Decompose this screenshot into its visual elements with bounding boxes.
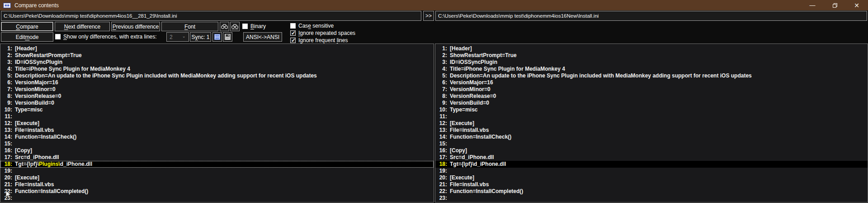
minimize-button[interactable]: — [805,0,820,10]
code-line[interactable]: 11: [0,113,434,120]
line-number: 17: [436,154,447,161]
restore-button[interactable] [827,0,843,10]
code-line[interactable]: 10:Type=misc [0,106,434,113]
code-line[interactable]: 19: [0,168,434,174]
code-line[interactable]: 3:ID=iOSSyncPlugin [435,59,868,66]
previous-difference-button[interactable]: Previous difference [111,22,160,31]
code-line[interactable]: 20:[Execute] [435,174,868,181]
code-line[interactable]: 14:Function=InstallCheck() [435,134,868,140]
code-line[interactable]: 21:File=install.vbs [435,181,868,188]
left-file-pane[interactable]: 1:[Header]2:ShowRestartPrompt=True3:ID=i… [0,44,434,203]
checkbox-box[interactable] [55,34,61,39]
checkbox-box[interactable] [290,38,296,43]
swap-panes-button[interactable]: >> [423,11,434,21]
code-line[interactable]: 12:[Execute] [0,120,434,127]
find-next-button[interactable] [220,22,229,31]
line-number: 20: [1,174,12,181]
code-line[interactable]: 5:Description=An update to the iPhone Sy… [0,72,434,79]
line-number: 9: [1,100,12,106]
line-number: 11: [1,113,12,120]
font-button[interactable]: Font [161,22,218,31]
show-only-differences-checkbox[interactable]: Show only differences, with extra lines: [55,34,157,40]
code-line[interactable]: 7:VersionMinor=0 [435,86,868,93]
code-line[interactable]: 14:Function=InstallCheck() [0,134,434,140]
code-line[interactable]: 16:[Copy] [435,147,868,154]
close-button[interactable]: ✕ [849,0,864,10]
code-line[interactable]: 19: [435,168,868,174]
line-number: 10: [436,106,447,113]
line-text: Function=InstallCompleted() [450,188,523,194]
code-line[interactable]: 18:Tgt={lpf}\Plugins\d_iPhone.dll [0,161,434,168]
chevron-down-icon: ⌄ [182,34,186,39]
code-line[interactable]: 22:Function=InstallCompleted() [435,188,868,195]
code-line[interactable]: 22:Function=InstallCompleted() [0,188,434,195]
code-line[interactable]: 1:[Header] [0,45,434,52]
window-title: Compare contents [14,2,59,9]
code-line[interactable]: 9:VersionBuild=0 [0,100,434,106]
checkbox-box[interactable] [290,30,296,36]
line-text: [Copy] [15,147,32,154]
line-text: Type=misc [450,106,477,113]
code-line[interactable]: 4:Title=iPhone Sync Plugin for MediaMonk… [435,66,868,72]
line-text: [Execute] [450,174,474,181]
code-line[interactable]: 23: [0,195,434,202]
code-line[interactable]: 18:Tgt={lpf}\d_iPhone.dll [435,161,868,168]
right-file-pane[interactable]: 1:[Header]2:ShowRestartPrompt=True3:ID=i… [435,44,868,203]
code-line[interactable]: 2:ShowRestartPrompt=True [435,52,868,59]
ignore-repeated-spaces-checkbox[interactable]: Ignore repeated spaces [290,30,355,36]
code-line[interactable]: 8:VersionRelease=0 [0,93,434,100]
line-number: 18: [1,161,12,168]
checkbox-box[interactable] [290,23,296,29]
code-line[interactable]: 23: [435,195,868,202]
code-line[interactable]: 13:File=install.vbs [0,127,434,134]
code-line[interactable]: 9:VersionBuild=0 [435,100,868,106]
code-line[interactable]: 20:[Execute] [0,174,434,181]
code-line[interactable]: 1:[Header] [435,45,868,52]
code-line[interactable]: 15: [0,140,434,147]
line-text: VersionMinor=0 [450,86,491,92]
line-text: ID=iOSSyncPlugin [15,59,62,65]
code-line[interactable]: 17:Src=d_iPhone.dll [435,154,868,161]
code-line[interactable]: 2:ShowRestartPrompt=True [0,52,434,59]
line-number: 8: [1,93,12,100]
sync-button[interactable]: Sync: 1 [190,32,211,42]
binary-checkbox[interactable]: Binary [242,23,266,29]
code-line[interactable]: 13:File=install.vbs [435,127,868,134]
edit-mode-button[interactable]: Edit mode [1,32,53,42]
next-difference-button[interactable]: Next difference [55,22,110,31]
code-line[interactable]: 15: [435,140,868,147]
save-button[interactable] [223,32,232,42]
ignore-repeated-spaces-label: Ignore repeated spaces [298,30,355,36]
code-line[interactable]: 21:File=install.vbs [0,181,434,188]
ignore-frequent-lines-checkbox[interactable]: Ignore frequent lines [290,37,348,44]
line-text: ShowRestartPrompt=True [15,52,82,58]
code-line[interactable]: 17:Src=d_iPhone.dll [0,154,434,161]
case-sensitive-checkbox[interactable]: Case sensitive [290,23,334,29]
checkbox-box[interactable] [242,24,248,29]
extra-lines-select[interactable]: 2 ⌄ [166,32,189,42]
line-number: 21: [1,181,12,188]
ansi-conversion-button[interactable]: ANSI<->ANSI [243,32,282,42]
code-line[interactable]: 6:VersionMajor=16 [0,79,434,86]
code-line[interactable]: 8:VersionRelease=0 [435,93,868,100]
code-line[interactable]: 5:Description=An update to the iPhone Sy… [435,72,868,79]
line-number: 12: [436,120,447,127]
line-text: [Execute] [15,120,39,126]
code-line[interactable]: 6:VersionMajor=16 [435,79,868,86]
line-number: 4: [1,66,12,72]
code-line[interactable]: 3:ID=iOSSyncPlugin [0,59,434,66]
code-line[interactable]: 10:Type=misc [435,106,868,113]
code-line[interactable]: 16:[Copy] [0,147,434,154]
left-path-input[interactable]: C:\Users\Peke\Downloads\mmip test\diphon… [1,11,421,21]
line-number: 3: [1,59,12,66]
code-line[interactable]: 12:[Execute] [435,120,868,127]
line-text: d_iPhone.dll [60,161,92,167]
compare-button[interactable]: Compare [1,22,53,31]
code-line[interactable]: 7:VersionMinor=0 [0,86,434,93]
right-path-input[interactable]: C:\Users\Peke\Downloads\mmip test\diphon… [435,11,867,21]
line-view-button[interactable] [212,32,222,42]
code-line[interactable]: 4:Title=iPhone Sync Plugin for MediaMonk… [0,66,434,72]
find-previous-button[interactable] [230,22,240,31]
code-line[interactable]: 11: [435,113,868,120]
line-number: 3: [436,59,447,66]
